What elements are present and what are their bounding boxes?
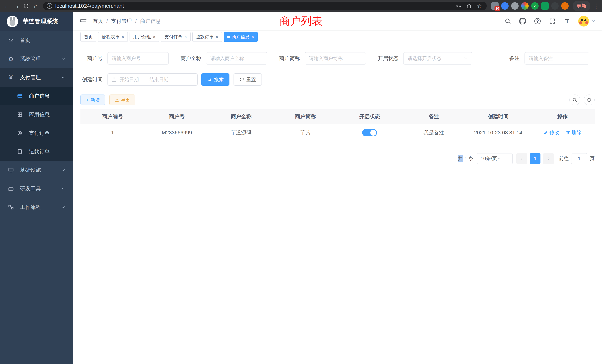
font-size-icon[interactable]: T: [563, 17, 571, 25]
page-content: 商户号 商户全称 商户简称 开启状态 请选择开启状态: [73, 43, 602, 364]
chevron-down-icon: [591, 19, 596, 23]
tab-process-form[interactable]: 流程表单×: [98, 32, 128, 42]
close-icon[interactable]: ×: [251, 34, 254, 39]
bookmark-star-icon[interactable]: ☆: [476, 2, 483, 10]
tab-pay-order[interactable]: 支付订单×: [161, 32, 190, 42]
close-icon[interactable]: ×: [153, 34, 155, 39]
page-size-select[interactable]: 10条/页: [477, 153, 513, 164]
right-toolbar: [569, 95, 595, 105]
home-icon[interactable]: ⌂: [32, 2, 40, 10]
sidebar-item-pay-order[interactable]: 支付订单: [0, 124, 73, 142]
add-button[interactable]: + 新增: [80, 95, 105, 105]
cell-create-time: 2021-10-23 08:31:14: [466, 124, 530, 142]
remark-input[interactable]: [525, 52, 589, 64]
user-avatar-menu[interactable]: [578, 16, 596, 26]
full-name-input[interactable]: [206, 52, 267, 64]
reset-button[interactable]: 重置: [234, 73, 262, 86]
browser-update-button[interactable]: 更新: [573, 1, 590, 11]
profile-avatar-icon[interactable]: [561, 2, 569, 10]
tab-refund-order[interactable]: 退款订单×: [192, 32, 222, 42]
prev-page-button[interactable]: [516, 153, 527, 164]
extension-badge: 10: [494, 6, 500, 11]
sidebar-item-app-info[interactable]: 应用信息: [0, 105, 73, 124]
back-icon[interactable]: ←: [3, 2, 11, 10]
edit-link[interactable]: 修改: [544, 129, 559, 136]
sidebar-item-infrastructure[interactable]: 基础设施: [0, 161, 73, 179]
close-icon[interactable]: ×: [121, 34, 124, 39]
sidebar-logo[interactable]: 芋道管理系统: [0, 12, 73, 31]
document-icon: [16, 149, 23, 154]
sidebar-item-label: 商户信息: [29, 93, 50, 99]
password-key-icon[interactable]: [455, 2, 462, 10]
workflow-icon: [7, 204, 14, 210]
page-size-value: 10条/页: [481, 155, 497, 162]
goto-page-input[interactable]: [571, 153, 587, 164]
field-label: 商户号: [80, 55, 103, 62]
help-icon[interactable]: ?: [534, 17, 541, 25]
status-toggle[interactable]: [362, 129, 377, 136]
field-label: 开启状态: [376, 55, 398, 62]
url-bar[interactable]: i localhost:1024/pay/merchant ☆: [43, 2, 487, 10]
export-button[interactable]: 导出: [109, 95, 135, 105]
sidebar-item-home[interactable]: 首页: [0, 31, 73, 50]
extension-icon[interactable]: [531, 2, 539, 10]
browser-menu-icon[interactable]: ⋮: [593, 2, 599, 10]
form-item-short-name: 商户简称: [278, 52, 366, 64]
annotation-merchant-list: 商户列表: [280, 14, 322, 28]
navbar-actions: ? T: [504, 16, 596, 26]
sidebar-fold-icon[interactable]: [79, 17, 87, 25]
close-icon[interactable]: ×: [184, 34, 187, 39]
github-icon[interactable]: [519, 17, 526, 25]
forward-icon[interactable]: →: [12, 2, 21, 10]
table-head: 商户编号 商户号 商户全称 商户简称 开启状态 备注 创建时间 操作: [80, 109, 595, 124]
extension-icon[interactable]: [521, 2, 529, 10]
next-page-button[interactable]: [543, 153, 554, 164]
sidebar-item-workflow[interactable]: 工作流程: [0, 198, 73, 216]
breadcrumb-home[interactable]: 首页: [93, 18, 103, 25]
tab-merchant-info[interactable]: 商户信息×: [224, 32, 258, 42]
target-icon: [16, 130, 23, 136]
tab-user-group[interactable]: 用户分组×: [129, 32, 159, 42]
sidebar-item-dev-tools[interactable]: 研发工具: [0, 179, 73, 198]
sidebar-item-system[interactable]: ⚙ 系统管理: [0, 50, 73, 68]
cell-remark: 我是备注: [402, 124, 466, 142]
status-select[interactable]: 请选择开启状态: [403, 52, 472, 64]
merchant-no-input[interactable]: [108, 52, 169, 64]
page-number-1[interactable]: 1: [530, 153, 540, 164]
toolbox-icon: [7, 186, 14, 192]
tab-home[interactable]: 首页: [80, 32, 96, 42]
breadcrumb-payment[interactable]: 支付管理: [111, 18, 132, 25]
delete-link[interactable]: 删除: [566, 129, 581, 136]
gear-icon: ⚙: [7, 55, 14, 63]
extension-icon[interactable]: 10: [491, 2, 499, 10]
tab-label: 用户分组: [133, 34, 151, 40]
extension-icon[interactable]: [551, 2, 559, 10]
sidebar-item-payment[interactable]: ¥ 支付管理: [0, 68, 73, 87]
sidebar-item-label: 首页: [20, 37, 30, 44]
share-icon[interactable]: [465, 2, 473, 10]
chevron-down-icon: [497, 156, 509, 161]
sidebar-item-merchant-info[interactable]: 商户信息: [0, 87, 73, 105]
extension-icon[interactable]: [541, 2, 549, 10]
close-icon[interactable]: ×: [215, 34, 218, 39]
breadcrumb: 首页 / 支付管理 / 商户信息: [93, 18, 161, 25]
sidebar: 芋道管理系统 首页 ⚙ 系统管理 ¥: [0, 12, 73, 364]
site-info-icon[interactable]: i: [47, 3, 52, 9]
search-icon[interactable]: [504, 17, 512, 25]
extension-icon[interactable]: [501, 2, 509, 10]
yen-icon: ¥: [7, 74, 14, 81]
refresh-icon[interactable]: [22, 2, 30, 10]
fullscreen-icon[interactable]: [549, 17, 556, 25]
table-header-row: 商户编号 商户号 商户全称 商户简称 开启状态 备注 创建时间 操作: [80, 109, 595, 124]
short-name-input[interactable]: [305, 52, 366, 64]
refresh-table-icon[interactable]: [584, 95, 595, 105]
sidebar-item-label: 系统管理: [20, 55, 41, 63]
create-time-range-picker[interactable]: 开始日期 - 结束日期: [108, 73, 198, 86]
col-header-remark: 备注: [402, 109, 466, 124]
sidebar-item-refund-order[interactable]: 退款订单: [0, 142, 73, 161]
search-button[interactable]: 搜索: [201, 73, 229, 86]
toggle-search-icon[interactable]: [569, 95, 580, 105]
app-title: 芋道管理系统: [23, 17, 58, 26]
active-dot: [227, 36, 230, 38]
extension-icon[interactable]: [511, 2, 519, 10]
